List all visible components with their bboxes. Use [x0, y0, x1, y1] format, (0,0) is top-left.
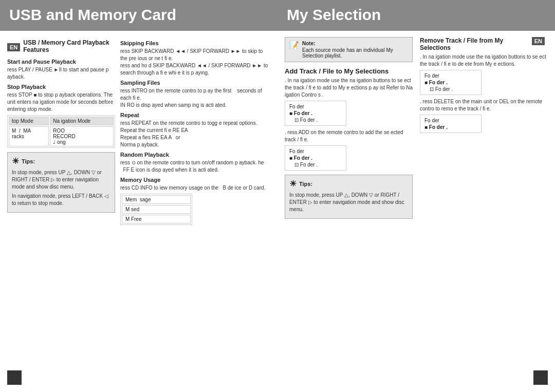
note-box: 📝 Note: Each source mode has an individu…	[285, 37, 413, 62]
folder-remove-1-row2: ■ Fo der .	[424, 79, 477, 86]
en-badge-right: EN	[532, 37, 545, 45]
memory-table: Mem sage M sed M Free	[120, 194, 192, 225]
start-pause-text: ress PLAY / PAUSE ►II to start and pause…	[7, 66, 115, 81]
note-text: Each source mode has an individual My Se…	[302, 47, 408, 59]
skipping-text: ress SKIP BACKWARD ◄◄ / SKIP FORWARD ►► …	[120, 48, 270, 77]
sampling-text: ress INTRO on the remote contro to p ay …	[120, 87, 270, 109]
folder-box-add-2: Fo der ■ Fo der . ⊡ Fo der .	[285, 145, 346, 171]
sampling-title: Sampling Files	[120, 80, 270, 86]
repeat-text: ress REPEAT on the remote contro to togg…	[120, 120, 270, 148]
folder-remove-2-row1: Fo der	[424, 117, 477, 124]
mem-cell-1: Mem sage	[122, 195, 191, 204]
right-sub-col-right: Remove Track / File from My Selections E…	[420, 37, 548, 223]
stop-title: Stop Playback	[7, 84, 115, 90]
random-text: ress ⊙ on the remote contro to turn on/o…	[120, 159, 270, 174]
table-cell-nav: ROORECORD♩ ong	[50, 126, 114, 146]
tips-icon: ☀	[12, 156, 19, 167]
add-text-1: . In na igation mode use the na igation …	[285, 77, 413, 99]
folder-remove-1-row3: ⊡ Fo der .	[424, 86, 477, 92]
mem-cell-2: M sed	[122, 205, 191, 214]
right-tips-header: ☀ Tips:	[289, 178, 408, 190]
mem-row-1: Mem sage	[122, 195, 191, 204]
left-header: USB and Memory Card	[0, 0, 278, 31]
mem-cell-3: M Free	[122, 215, 191, 223]
tips-text-2: In navigation mode, press LEFT / BACK ◁ …	[12, 193, 110, 207]
right-tips-box: ☀ Tips: In stop mode, press UP △, DOWN ▽…	[285, 175, 413, 219]
right-content: 📝 Note: Each source mode has an individu…	[278, 37, 555, 223]
mem-row-3: M Free	[122, 215, 191, 223]
folder-add-1-row2: ■ Fo der .	[289, 110, 342, 117]
add-section-title: Add Track / File to My Selections	[285, 67, 413, 75]
folder-add-1-row3: ⊡ Fo der .	[289, 117, 342, 123]
folder-box-remove-1: Fo der ■ Fo der . ⊡ Fo der .	[420, 70, 482, 95]
right-sub-col-left: 📝 Note: Each source mode has an individu…	[285, 37, 413, 223]
tips-label: Tips:	[22, 158, 35, 165]
table-row: M / MAracks ROORECORD♩ ong	[9, 126, 114, 146]
folder-box-add-1: Fo der ■ Fo der . ⊡ Fo der .	[285, 101, 346, 126]
add-text-2: . ress ADD on the remote contro to add t…	[285, 129, 413, 143]
note-label: Note:	[302, 41, 408, 46]
left-content: EN USB / Memory Card Playback Features S…	[0, 37, 278, 225]
folder-add-1-row1: Fo der	[289, 103, 342, 110]
tips-header: ☀ Tips:	[12, 156, 110, 167]
remove-section-title: Remove Track / File from My Selections	[420, 37, 532, 51]
table-cell-stop: M / MAracks	[9, 126, 49, 146]
right-tips-label: Tips:	[299, 180, 312, 188]
repeat-title: Repeat	[120, 112, 270, 118]
table-header-1: top Mode	[9, 117, 49, 125]
remove-section-heading: Remove Track / File from My Selections E…	[420, 37, 548, 51]
remove-text-2: . ress DELETE on the main unit or DEL on…	[420, 98, 548, 113]
tips-box-left: ☀ Tips: In stop mode, press UP △, DOWN ▽…	[7, 152, 115, 213]
main-section-title: USB / Memory Card Playback Features	[23, 39, 115, 53]
left-col: EN USB / Memory Card Playback Features S…	[7, 37, 115, 225]
note-content: Note: Each source mode has an individual…	[302, 41, 408, 59]
right-two-col: 📝 Note: Each source mode has an individu…	[285, 37, 548, 223]
tips-text-1: In stop mode, press UP △, DOWN ▽ or RIGH…	[12, 169, 110, 191]
skipping-title: Skipping Files	[120, 40, 270, 46]
folder-add-2-row1: Fo der	[289, 148, 342, 155]
table-header-2: Na igation Mode	[50, 117, 114, 125]
left-section-header: EN USB / Memory Card Playback Features	[7, 39, 115, 55]
left-title: USB and Memory Card	[9, 6, 268, 24]
folder-add-2-row2: ■ Fo der .	[289, 155, 342, 161]
left-page: USB and Memory Card EN USB / Memory Card…	[0, 0, 278, 392]
right-header: My Selection	[278, 0, 555, 31]
right-tips-icon: ☀	[289, 178, 297, 190]
mem-row-2: M sed	[122, 205, 191, 214]
start-pause-title: Start and Pause Playback	[7, 59, 115, 65]
note-icon: 📝	[289, 41, 299, 50]
bottom-square-left	[7, 370, 22, 385]
bottom-square-right	[533, 370, 548, 385]
folder-remove-1-row1: Fo der	[424, 72, 477, 79]
memory-title: Memory Usage	[120, 177, 270, 183]
folder-remove-2-row2: ■ Fo der .	[424, 124, 477, 130]
right-tips-text: In stop mode, press UP △, DOWN ▽ or RIGH…	[289, 192, 408, 213]
right-title: My Selection	[287, 6, 546, 24]
right-page: My Selection 📝 Note: Each source mode ha…	[278, 0, 555, 392]
en-badge-left: EN	[7, 43, 20, 51]
random-title: Random Playback	[120, 152, 270, 158]
stop-text: ress STOP ■ to stop p ayback operations.…	[7, 91, 115, 113]
memory-text: ress CD INFO to iew memory usage on the …	[120, 184, 270, 192]
nav-table: top Mode Na igation Mode M / MAracks ROO…	[7, 115, 115, 148]
folder-add-2-row3: ⊡ Fo der .	[289, 161, 342, 168]
right-col: Skipping Files ress SKIP BACKWARD ◄◄ / S…	[120, 37, 270, 225]
remove-text-1: . In na igation mode use the na igation …	[420, 53, 548, 68]
folder-box-remove-2: Fo der ■ Fo der .	[420, 115, 482, 133]
